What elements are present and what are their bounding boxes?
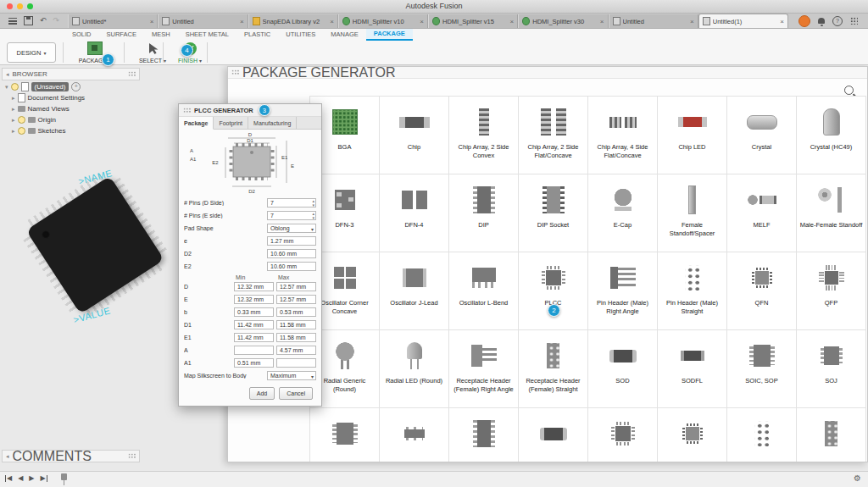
document-tab[interactable]: HDMI_Splitter v30 × — [518, 14, 608, 28]
min-input[interactable]: 11.42 mm — [234, 320, 274, 329]
package-card[interactable]: PLCC — [519, 252, 588, 330]
package-card[interactable] — [727, 408, 797, 462]
ribbon-tab[interactable]: SHEET METAL — [178, 29, 236, 40]
package-card[interactable]: E-Cap — [588, 174, 658, 252]
package-card[interactable]: SOIC, SOP — [727, 330, 797, 408]
min-input[interactable] — [234, 346, 274, 355]
max-input[interactable]: 11.58 mm — [276, 333, 316, 342]
notifications-bell-icon[interactable] — [818, 18, 825, 24]
browser-item[interactable]: Sketches — [2, 125, 140, 136]
silkscreen-select[interactable]: Maximum — [267, 371, 316, 380]
field-input[interactable]: 10.60 mm — [267, 249, 316, 258]
expand-arrow-icon[interactable] — [12, 105, 15, 113]
visibility-bulb-icon[interactable] — [18, 127, 25, 135]
add-icon[interactable]: + — [71, 82, 81, 91]
package-card[interactable]: Pin Header (Male) Right Angle — [588, 252, 658, 330]
package-card[interactable]: QFP — [797, 252, 866, 330]
expand-arrow-icon[interactable] — [12, 127, 15, 135]
package-card[interactable]: DFN-4 — [380, 174, 449, 252]
package-card[interactable]: Oscillator J-Lead — [380, 252, 449, 330]
menu-icon[interactable] — [8, 18, 17, 25]
min-input[interactable]: 0.33 mm — [234, 307, 274, 317]
save-icon[interactable] — [24, 16, 33, 25]
max-input[interactable]: 4.57 mm — [276, 346, 316, 355]
expand-arrow-icon[interactable] — [12, 116, 15, 124]
document-tab[interactable]: Untitled × — [609, 14, 698, 28]
field-input[interactable]: 10.60 mm — [267, 262, 316, 271]
min-input[interactable]: 12.32 mm — [234, 295, 274, 304]
package-card[interactable]: Pin Header (Male) Straight — [658, 252, 727, 330]
visibility-bulb-icon[interactable] — [11, 83, 19, 91]
visibility-bulb-icon[interactable] — [18, 116, 25, 124]
package-card[interactable]: Receptacle Header (Female) Right Angle — [449, 330, 519, 408]
tab-manufacturing[interactable]: Manufacturing — [248, 117, 297, 129]
tab-footprint[interactable]: Footprint — [214, 117, 248, 129]
package-card[interactable]: Chip — [380, 97, 449, 174]
document-tab[interactable]: Untitled × — [158, 14, 248, 28]
package-card[interactable]: Radial LED (Round) — [380, 330, 449, 408]
ribbon-tab[interactable]: MESH — [144, 29, 178, 40]
ribbon-tab[interactable]: PACKAGE — [366, 28, 413, 41]
collapse-arrow-icon[interactable]: ◂ — [6, 71, 9, 78]
package-card[interactable]: SOD — [588, 330, 658, 408]
help-icon[interactable] — [832, 16, 843, 26]
undo-icon[interactable]: ↶ — [40, 17, 47, 25]
ribbon-tab[interactable]: PLASTIC — [236, 29, 278, 40]
package-card[interactable] — [658, 408, 727, 462]
max-input[interactable] — [276, 358, 316, 368]
timeline-end-icon[interactable]: ▶ — [40, 475, 47, 482]
timeline-marker-icon[interactable] — [61, 473, 67, 480]
max-input[interactable]: 12.57 mm — [276, 282, 316, 291]
comments-header[interactable]: ◂ COMMENTS — [2, 450, 140, 462]
cancel-button[interactable]: Cancel — [279, 387, 313, 400]
design-workspace-button[interactable]: DESIGN — [7, 42, 56, 63]
ribbon-tab[interactable]: MANAGE — [323, 29, 366, 40]
max-input[interactable]: 11.58 mm — [276, 320, 316, 329]
tab-package[interactable]: Package — [179, 117, 214, 130]
timeline-play-icon[interactable]: ▶ — [29, 475, 34, 482]
package-card[interactable]: Female Standoff/Spacer — [658, 174, 727, 252]
browser-item[interactable]: Named Views — [2, 103, 140, 114]
document-tab[interactable]: HDMI_Splitter v15 × — [428, 14, 518, 28]
gear-icon[interactable]: ⚙ — [854, 474, 861, 483]
collapse-arrow-icon[interactable]: ◂ — [6, 453, 9, 460]
package-card[interactable]: Crystal (HC49) — [797, 97, 866, 174]
package-card[interactable]: SOJ — [797, 330, 866, 408]
redo-icon[interactable]: ↷ — [53, 17, 60, 25]
close-icon[interactable]: × — [240, 18, 244, 25]
browser-root-item[interactable]: (Unsaved) + — [2, 80, 140, 92]
package-card[interactable] — [588, 408, 658, 462]
field-input[interactable]: 7 — [267, 211, 316, 220]
max-input[interactable]: 12.57 mm — [276, 295, 316, 304]
document-tab[interactable]: Untitled* × — [68, 14, 158, 28]
drag-handle-icon[interactable] — [183, 108, 191, 113]
package-card[interactable] — [380, 408, 449, 462]
drag-handle-icon[interactable] — [231, 69, 239, 75]
field-input[interactable]: 1.27 mm — [267, 236, 316, 246]
browser-item[interactable]: Origin — [2, 114, 140, 125]
package-card[interactable]: DIP — [449, 174, 519, 252]
package-card[interactable]: Receptacle Header (Female) Straight — [519, 330, 588, 408]
timeline-begin-icon[interactable]: ◀ — [5, 475, 12, 482]
document-tab[interactable]: Untitled(1) × — [698, 14, 788, 28]
close-icon[interactable]: × — [690, 18, 694, 25]
max-input[interactable]: 0.53 mm — [276, 307, 316, 317]
field-input[interactable]: 7 — [267, 198, 316, 208]
min-input[interactable]: 0.51 mm — [234, 358, 274, 368]
expand-arrow-icon[interactable] — [5, 83, 8, 91]
document-tab[interactable]: HDMI_Splitter v10 × — [338, 14, 428, 28]
package-card[interactable]: Chip Array, 4 Side Flat/Concave — [588, 97, 658, 174]
package-card[interactable] — [310, 408, 380, 462]
field-input[interactable]: Oblong — [267, 224, 316, 233]
browser-item[interactable]: Document Settings — [2, 92, 140, 103]
package-card[interactable] — [449, 408, 519, 462]
job-status-grid-icon[interactable] — [850, 17, 858, 25]
close-icon[interactable]: × — [510, 18, 515, 25]
package-card[interactable]: Chip Array, 2 Side Flat/Concave — [519, 97, 588, 174]
package-card[interactable]: SODFL — [658, 330, 727, 408]
user-avatar[interactable] — [798, 15, 810, 27]
close-icon[interactable]: × — [600, 18, 604, 25]
ribbon-tab[interactable]: SURFACE — [99, 29, 144, 40]
package-card[interactable]: Male-Female Standoff — [797, 174, 866, 252]
ribbon-tab[interactable]: SOLID — [64, 29, 99, 40]
